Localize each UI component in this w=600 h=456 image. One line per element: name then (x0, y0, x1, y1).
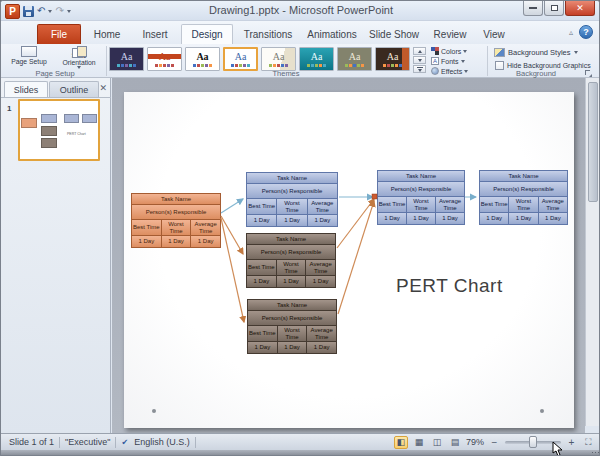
average-time-cell[interactable]: Average Time (307, 326, 336, 341)
panel-close-icon[interactable]: ✕ (99, 83, 107, 93)
vertical-scrollbar[interactable] (585, 78, 599, 426)
tab-outline[interactable]: Outline (49, 81, 99, 97)
tab-home[interactable]: Home (85, 24, 129, 44)
collapse-ribbon-icon[interactable]: ▵ (569, 28, 573, 37)
tab-transitions[interactable]: Transitions (237, 24, 299, 44)
zoom-slider-thumb[interactable] (529, 436, 537, 448)
fit-to-window-button[interactable]: ⛶ (582, 436, 595, 449)
theme-name[interactable]: "Executive" (65, 437, 110, 447)
worst-time-cell[interactable]: Worst Time (162, 220, 192, 235)
average-time-cell[interactable]: Average Time (191, 220, 220, 235)
zoom-in-button[interactable]: + (565, 436, 578, 449)
gallery-scroll-down-button[interactable] (413, 56, 426, 64)
tab-file[interactable]: File (37, 24, 81, 44)
task-name-cell[interactable]: Task Name (132, 194, 220, 205)
day-cell[interactable]: 1 Day (436, 213, 464, 224)
day-cell[interactable]: 1 Day (378, 213, 407, 224)
worst-time-cell[interactable]: Worst Time (277, 260, 307, 275)
day-cell[interactable]: 1 Day (307, 342, 336, 353)
colors-button[interactable]: Colors (431, 46, 483, 56)
day-cell[interactable]: 1 Day (277, 215, 307, 226)
slide-orientation-button[interactable]: Slide Orientation (55, 46, 103, 69)
slide[interactable]: Task Name Person(s) Responsible Best Tim… (124, 92, 574, 428)
tab-design[interactable]: Design (181, 24, 233, 44)
tab-animations[interactable]: Animations (301, 24, 363, 44)
day-cell[interactable]: 1 Day (248, 342, 278, 353)
theme-thumbnail-7[interactable]: Aa (337, 47, 372, 71)
theme-thumbnail-5[interactable]: Aa (261, 47, 296, 71)
best-time-cell[interactable]: Best Time (247, 260, 277, 275)
theme-thumbnail-2[interactable]: Aa (147, 47, 182, 71)
best-time-cell[interactable]: Best Time (480, 197, 509, 212)
day-cell[interactable]: 1 Day (480, 213, 509, 224)
background-styles-button[interactable]: Background Styles (494, 48, 578, 57)
day-cell[interactable]: 1 Day (407, 213, 436, 224)
task-name-cell[interactable]: Task Name (480, 171, 567, 182)
reading-view-button[interactable]: ◫ (430, 436, 444, 449)
theme-thumbnail-3[interactable]: Aa (185, 47, 220, 71)
day-cell[interactable]: 1 Day (132, 236, 162, 247)
average-time-cell[interactable]: Average Time (436, 197, 464, 212)
day-cell[interactable]: 1 Day (277, 276, 307, 287)
pert-task-box-brown-1[interactable]: Task Name Person(s) Responsible Best Tim… (246, 233, 336, 288)
day-cell[interactable]: 1 Day (278, 342, 308, 353)
person-cell[interactable]: Person(s) Responsible (378, 182, 464, 197)
average-time-cell[interactable]: Average Time (308, 199, 337, 214)
day-cell[interactable]: 1 Day (191, 236, 220, 247)
day-cell[interactable]: 1 Day (162, 236, 192, 247)
gallery-more-button[interactable] (413, 65, 426, 73)
person-cell[interactable]: Person(s) Responsible (480, 182, 567, 197)
worst-time-cell[interactable]: Worst Time (407, 197, 436, 212)
pert-task-box-brown-2[interactable]: Task Name Person(s) Responsible Best Tim… (247, 299, 337, 354)
close-button[interactable]: ✕ (565, 1, 595, 16)
help-button[interactable]: ? (579, 25, 593, 39)
worst-time-cell[interactable]: Worst Time (509, 197, 538, 212)
worst-time-cell[interactable]: Worst Time (277, 199, 307, 214)
language-indicator[interactable]: English (U.S.) (134, 437, 190, 447)
zoom-level[interactable]: 79% (466, 437, 484, 447)
best-time-cell[interactable]: Best Time (248, 326, 278, 341)
person-cell[interactable]: Person(s) Responsible (247, 184, 337, 199)
spellcheck-icon[interactable]: ✔ (121, 438, 128, 447)
day-cell[interactable]: 1 Day (308, 215, 337, 226)
scrollbar-thumb[interactable] (588, 82, 598, 202)
slide-show-button[interactable]: ▤ (448, 436, 462, 449)
day-cell[interactable]: 1 Day (539, 213, 567, 224)
theme-thumbnail-8[interactable]: Aa (375, 47, 410, 71)
average-time-cell[interactable]: Average Time (306, 260, 335, 275)
zoom-out-button[interactable]: − (488, 436, 501, 449)
best-time-cell[interactable]: Best Time (247, 199, 277, 214)
person-cell[interactable]: Person(s) Responsible (132, 205, 220, 220)
person-cell[interactable]: Person(s) Responsible (248, 311, 336, 326)
day-cell[interactable]: 1 Day (247, 276, 277, 287)
page-setup-button[interactable]: Page Setup (5, 46, 53, 69)
minimize-button[interactable] (523, 1, 543, 16)
day-cell[interactable]: 1 Day (306, 276, 335, 287)
background-dialog-launcher[interactable] (585, 70, 593, 78)
theme-thumbnail-1[interactable]: Aa (109, 47, 144, 71)
restore-button[interactable] (544, 1, 564, 16)
pert-task-box-orange[interactable]: Task Name Person(s) Responsible Best Tim… (131, 193, 221, 248)
gallery-scroll-up-button[interactable] (413, 47, 426, 55)
tab-insert[interactable]: Insert (133, 24, 177, 44)
best-time-cell[interactable]: Best Time (378, 197, 407, 212)
tab-slide-show[interactable]: Slide Show (365, 24, 423, 44)
normal-view-button[interactable]: ◧ (394, 436, 408, 449)
pert-task-box-blue-2[interactable]: Task Name Person(s) Responsible Best Tim… (377, 170, 465, 225)
resize-grip[interactable] (591, 451, 599, 456)
task-name-cell[interactable]: Task Name (378, 171, 464, 182)
average-time-cell[interactable]: Average Time (539, 197, 567, 212)
task-name-cell[interactable]: Task Name (247, 234, 335, 245)
tab-review[interactable]: Review (427, 24, 473, 44)
theme-thumbnail-selected[interactable]: Aa (223, 47, 258, 71)
slide-thumbnail[interactable]: PERT Chart (18, 99, 100, 161)
slide-sorter-view-button[interactable]: ▦ (412, 436, 426, 449)
slide-count[interactable]: Slide 1 of 1 (9, 437, 54, 447)
tab-slides[interactable]: Slides (4, 81, 48, 97)
effects-button[interactable]: Effects (431, 66, 483, 76)
pert-task-box-blue-1[interactable]: Task Name Person(s) Responsible Best Tim… (246, 172, 338, 227)
day-cell[interactable]: 1 Day (509, 213, 538, 224)
worst-time-cell[interactable]: Worst Time (278, 326, 308, 341)
best-time-cell[interactable]: Best Time (132, 220, 162, 235)
theme-thumbnail-6[interactable]: Aa (299, 47, 334, 71)
